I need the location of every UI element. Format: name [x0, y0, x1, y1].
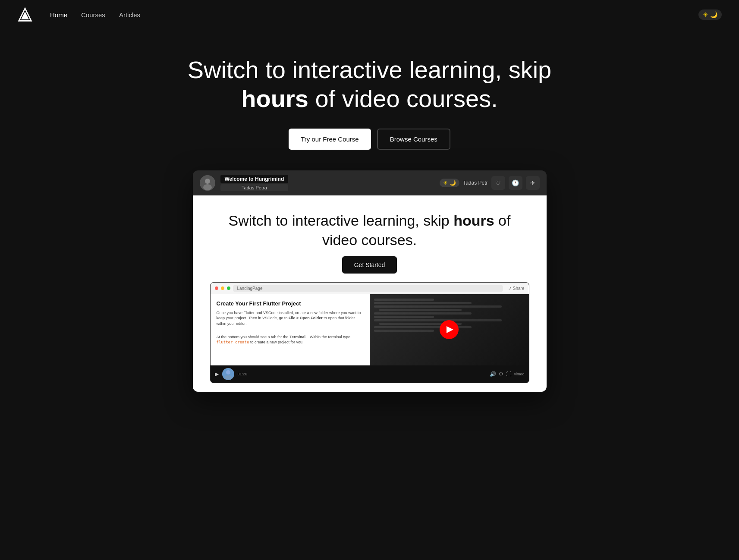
code-line	[374, 302, 472, 304]
code-line	[374, 330, 434, 332]
browser-theme-toggle[interactable]: ☀ 🌙	[440, 179, 459, 187]
nav-right: ☀ 🌙	[698, 9, 722, 20]
fullscreen-icon[interactable]: ⛶	[506, 371, 511, 377]
browser-title-block: Welcome to Hungrimind Tadas Petra	[220, 175, 289, 191]
code-line	[374, 319, 502, 321]
hero-title-text2: of video courses.	[308, 85, 498, 112]
browser-author-pill: Tadas Petra	[220, 184, 289, 191]
volume-icon[interactable]: 🔊	[490, 371, 496, 377]
heart-icon-button[interactable]: ♡	[491, 176, 505, 190]
nav-links: Home Courses Articles	[50, 11, 698, 19]
try-free-course-button[interactable]: Try our Free Course	[289, 129, 371, 150]
code-line	[374, 316, 434, 318]
code-line	[374, 312, 472, 315]
hero-section: Switch to interactive learning, skip hou…	[0, 29, 739, 409]
browser-mockup: Welcome to Hungrimind Tadas Petra ☀ 🌙 Ta…	[193, 170, 547, 391]
svg-point-6	[226, 370, 230, 374]
nav-link-courses[interactable]: Courses	[81, 11, 105, 19]
inner-title-bold: hours	[453, 212, 494, 229]
theme-toggle[interactable]: ☀ 🌙	[698, 9, 722, 20]
video-time: 01:26	[238, 372, 248, 376]
browser-right: ☀ 🌙 Tadas Petr ♡ 🕐 ✈	[440, 176, 539, 190]
video-right-panel	[370, 294, 529, 365]
vimeo-badge: vimeo	[514, 372, 524, 376]
hero-title-bold: hours	[241, 85, 308, 112]
svg-point-4	[203, 184, 212, 190]
browser-title-pill: Welcome to Hungrimind	[220, 175, 289, 183]
inner-title-text1: Switch to interactive learning, skip	[229, 212, 454, 229]
browse-courses-button[interactable]: Browse Courses	[377, 129, 450, 150]
hero-buttons: Try our Free Course Browse Courses	[9, 129, 730, 150]
site-logo[interactable]	[17, 7, 33, 22]
clock-icon-button[interactable]: 🕐	[509, 176, 522, 190]
browser-dot-green	[227, 286, 230, 290]
nav-link-articles[interactable]: Articles	[119, 11, 140, 19]
video-controls-right: 🔊 ⚙ ⛶ vimeo	[490, 371, 524, 377]
navbar: Home Courses Articles ☀ 🌙	[0, 0, 739, 29]
inner-hero-title: Switch to interactive learning, skip hou…	[210, 211, 529, 249]
video-mockup: LandingPage ↗ Share Create Your First Fl…	[210, 282, 529, 383]
sun-icon: ☀	[703, 11, 708, 18]
settings-icon[interactable]: ⚙	[499, 371, 503, 377]
code-line	[379, 309, 462, 311]
video-left-panel: Create Your First Flutter Project Once y…	[211, 294, 370, 365]
browser-sun-icon: ☀	[443, 180, 448, 186]
browser-inner: Switch to interactive learning, skip hou…	[193, 195, 547, 391]
lesson-body1: Once you have Flutter and VSCode install…	[217, 310, 364, 327]
moon-icon: 🌙	[710, 11, 717, 18]
play-triangle-icon	[447, 326, 453, 333]
browser-moon-icon: 🌙	[450, 180, 456, 186]
browser-dot-yellow	[221, 286, 224, 290]
share-button[interactable]: ↗ Share	[508, 286, 524, 291]
code-snippet: flutter create	[217, 340, 249, 344]
browser-user-name: Tadas Petr	[463, 180, 487, 186]
svg-point-3	[205, 179, 210, 184]
play-button[interactable]	[440, 320, 459, 339]
video-play-icon[interactable]: ▶	[215, 371, 219, 377]
lesson-body2: At the bottom you should see a tab for t…	[217, 334, 364, 345]
video-content-area: Create Your First Flutter Project Once y…	[211, 294, 529, 365]
avatar	[200, 175, 215, 191]
video-url-bar: LandingPage	[233, 285, 503, 292]
svg-point-7	[225, 375, 232, 380]
video-avatar-small	[222, 368, 234, 380]
get-started-button[interactable]: Get Started	[342, 256, 397, 274]
lesson-title: Create Your First Flutter Project	[217, 300, 364, 307]
video-bottom-bar: ▶ 01:26 🔊 ⚙ ⛶ vimeo	[211, 365, 529, 383]
hero-title: Switch to interactive learning, skip hou…	[176, 55, 564, 113]
code-line	[374, 305, 502, 308]
nav-link-home[interactable]: Home	[50, 11, 67, 19]
send-icon-button[interactable]: ✈	[526, 176, 540, 190]
video-topbar: LandingPage ↗ Share	[211, 283, 529, 294]
browser-topbar: Welcome to Hungrimind Tadas Petra ☀ 🌙 Ta…	[193, 170, 547, 195]
browser-dot-red	[215, 286, 218, 290]
code-line	[374, 299, 434, 301]
hero-title-text: Switch to interactive learning, skip	[188, 56, 552, 83]
browser-left: Welcome to Hungrimind Tadas Petra	[200, 175, 289, 191]
